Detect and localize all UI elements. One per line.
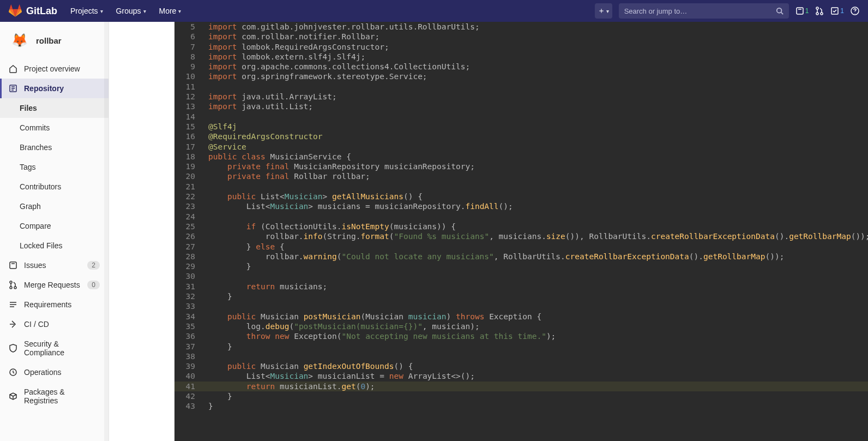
search-input[interactable] (624, 7, 776, 15)
code-line[interactable]: 30 (174, 271, 868, 281)
line-number[interactable]: 18 (174, 152, 202, 162)
search-box[interactable] (619, 3, 789, 19)
code-line[interactable]: 5import com.gitlab.johnjvester.rollbar.u… (174, 22, 868, 32)
line-number[interactable]: 8 (174, 52, 202, 62)
code-line[interactable]: 11 (174, 82, 868, 92)
line-number[interactable]: 7 (174, 42, 202, 52)
line-number[interactable]: 9 (174, 62, 202, 71)
line-number[interactable]: 27 (174, 242, 202, 252)
code-line[interactable]: 41 return musicianList.get(0); (174, 382, 868, 391)
line-number[interactable]: 15 (174, 122, 202, 132)
todos-link[interactable]: 1 (830, 7, 844, 15)
sidebar-sub-files[interactable]: Files (0, 98, 108, 118)
code-line[interactable]: 35 log.debug("postMusician(musician={})"… (174, 321, 868, 331)
project-header[interactable]: 🦊 rollbar (0, 22, 108, 59)
code-line[interactable]: 33 (174, 301, 868, 311)
nav-projects[interactable]: Projects▾ (66, 0, 107, 22)
brand-text[interactable]: GitLab (26, 5, 57, 17)
sidebar-sub-commits[interactable]: Commits (0, 118, 108, 138)
code-line[interactable]: 43} (174, 401, 868, 411)
nav-more[interactable]: More▾ (155, 0, 186, 22)
code-line[interactable]: 28 rollbar.warning("Could not locate any… (174, 252, 868, 261)
line-number[interactable]: 36 (174, 331, 202, 341)
code-line[interactable]: 26 rollbar.info(String.format("Found %s … (174, 231, 868, 241)
code-line[interactable]: 38 (174, 351, 868, 361)
merge-requests-link[interactable] (815, 7, 824, 15)
line-number[interactable]: 31 (174, 282, 202, 291)
line-number[interactable]: 6 (174, 32, 202, 41)
sidebar-item-repository[interactable]: Repository (0, 79, 108, 98)
line-number[interactable]: 33 (174, 301, 202, 311)
line-number[interactable]: 32 (174, 291, 202, 301)
sidebar-item-packages[interactable]: Packages & Registries (0, 382, 108, 410)
line-number[interactable]: 5 (174, 22, 202, 32)
issues-link[interactable]: 1 (795, 7, 809, 15)
sidebar-sub-locked-files[interactable]: Locked Files (0, 236, 108, 255)
code-line[interactable]: 36 throw new Exception("Not accepting ne… (174, 331, 868, 341)
line-number[interactable]: 35 (174, 321, 202, 331)
line-number[interactable]: 14 (174, 112, 202, 122)
line-number[interactable]: 40 (174, 371, 202, 381)
line-number[interactable]: 43 (174, 401, 202, 411)
code-line[interactable]: 12import java.util.ArrayList; (174, 92, 868, 102)
code-line[interactable]: 9import org.apache.commons.collections4.… (174, 62, 868, 71)
code-line[interactable]: 31 return musicians; (174, 282, 868, 291)
line-number[interactable]: 26 (174, 231, 202, 241)
code-line[interactable]: 13import java.util.List; (174, 102, 868, 111)
line-number[interactable]: 25 (174, 222, 202, 231)
line-number[interactable]: 11 (174, 82, 202, 92)
gitlab-logo[interactable] (9, 4, 22, 17)
code-line[interactable]: 40 List<Musician> musicianList = new Arr… (174, 371, 868, 381)
line-number[interactable]: 41 (174, 382, 202, 391)
code-line[interactable]: 25 if (CollectionUtils.isNotEmpty(musici… (174, 222, 868, 231)
line-number[interactable]: 10 (174, 71, 202, 81)
code-line[interactable]: 14 (174, 112, 868, 122)
line-number[interactable]: 13 (174, 102, 202, 111)
code-line[interactable]: 22 public List<Musician> getAllMusicians… (174, 192, 868, 201)
code-line[interactable]: 37 } (174, 342, 868, 351)
line-number[interactable]: 22 (174, 192, 202, 201)
line-number[interactable]: 38 (174, 351, 202, 361)
line-number[interactable]: 16 (174, 132, 202, 141)
code-line[interactable]: 20 private final Rollbar rollbar; (174, 171, 868, 181)
line-number[interactable]: 23 (174, 201, 202, 211)
line-number[interactable]: 20 (174, 171, 202, 181)
line-number[interactable]: 37 (174, 342, 202, 351)
code-line[interactable]: 19 private final MusicianRepository musi… (174, 162, 868, 171)
line-number[interactable]: 17 (174, 142, 202, 152)
code-line[interactable]: 21 (174, 182, 868, 192)
line-number[interactable]: 30 (174, 271, 202, 281)
help-link[interactable] (851, 7, 859, 15)
code-line[interactable]: 27 } else { (174, 242, 868, 252)
sidebar-sub-contributors[interactable]: Contributors (0, 177, 108, 196)
line-number[interactable]: 42 (174, 391, 202, 401)
create-new-button[interactable]: ＋▾ (595, 3, 612, 19)
line-number[interactable]: 21 (174, 182, 202, 192)
line-number[interactable]: 29 (174, 261, 202, 271)
code-line[interactable]: 42 } (174, 391, 868, 401)
content-area[interactable]: 5import com.gitlab.johnjvester.rollbar.u… (109, 22, 868, 441)
sidebar-sub-tags[interactable]: Tags (0, 157, 108, 177)
code-line[interactable]: 15@Slf4j (174, 122, 868, 132)
sidebar-sub-branches[interactable]: Branches (0, 138, 108, 157)
line-number[interactable]: 24 (174, 212, 202, 222)
line-number[interactable]: 28 (174, 252, 202, 261)
code-line[interactable]: 23 List<Musician> musicians = musicianRe… (174, 201, 868, 211)
code-line[interactable]: 34 public Musician postMusician(Musician… (174, 312, 868, 321)
code-line[interactable]: 6import com.rollbar.notifier.Rollbar; (174, 32, 868, 41)
sidebar-item-operations[interactable]: Operations (0, 362, 108, 382)
line-number[interactable]: 19 (174, 162, 202, 171)
code-line[interactable]: 8import lombok.extern.slf4j.Slf4j; (174, 52, 868, 62)
code-line[interactable]: 10import org.springframework.stereotype.… (174, 71, 868, 81)
nav-groups[interactable]: Groups▾ (112, 0, 150, 22)
sidebar-sub-compare[interactable]: Compare (0, 216, 108, 236)
code-line[interactable]: 32 } (174, 291, 868, 301)
line-number[interactable]: 39 (174, 361, 202, 371)
code-line[interactable]: 29 } (174, 261, 868, 271)
code-line[interactable]: 7import lombok.RequiredArgsConstructor; (174, 42, 868, 52)
sidebar-item-security[interactable]: Security & Compliance (0, 334, 108, 362)
line-number[interactable]: 34 (174, 312, 202, 321)
sidebar-item-overview[interactable]: Project overview (0, 59, 108, 79)
code-line[interactable]: 18public class MusicianService { (174, 152, 868, 162)
code-line[interactable]: 39 public Musician getIndexOutOfBounds()… (174, 361, 868, 371)
